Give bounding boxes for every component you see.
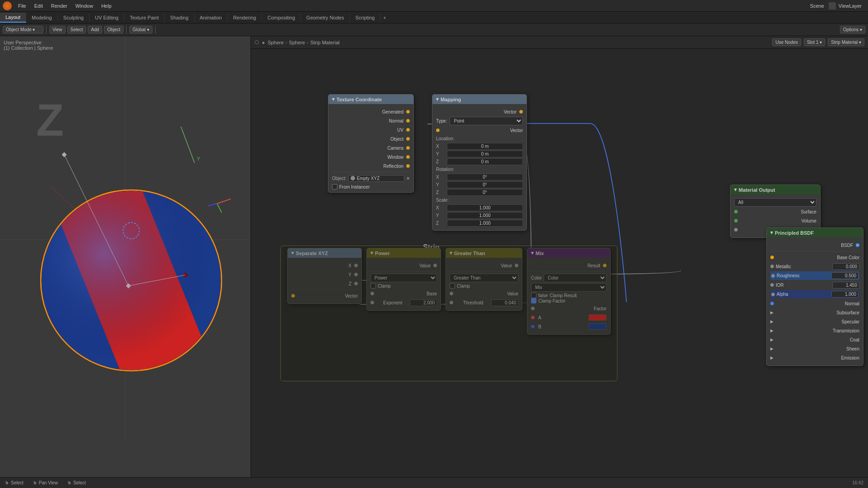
separate-xyz-collapse[interactable]: ▾	[291, 250, 294, 256]
mapping-vector-in-socket[interactable]	[436, 128, 440, 132]
object-field-clear[interactable]: ✕	[406, 176, 410, 181]
uv-socket[interactable]	[406, 128, 410, 132]
metallic-socket[interactable]	[770, 265, 774, 268]
add-btn[interactable]: Add	[88, 26, 102, 33]
ior-value[interactable]: 1.450	[832, 282, 859, 289]
tab-geometry-nodes[interactable]: Geometry Nodes	[301, 13, 350, 22]
gt-threshold-value[interactable]: 0.040	[491, 299, 518, 306]
mix-b-color[interactable]	[588, 323, 607, 330]
reflection-socket[interactable]	[406, 164, 410, 168]
ior-socket[interactable]	[770, 283, 774, 287]
generated-socket[interactable]	[406, 110, 410, 114]
menu-window[interactable]: Window	[72, 2, 97, 9]
add-tab-button[interactable]: +	[380, 14, 389, 21]
use-nodes-btn[interactable]: Use Nodes	[772, 38, 801, 46]
power-exp-socket[interactable]	[370, 301, 374, 304]
mix-clamp-factor-checkbox[interactable]	[531, 298, 536, 303]
sep-vector-socket[interactable]	[291, 294, 295, 298]
normal-socket[interactable]	[406, 119, 410, 123]
mix-node[interactable]: ▾ Mix Result Color Color	[527, 248, 611, 335]
mix-b-socket[interactable]	[531, 325, 535, 328]
scene-icon[interactable]	[829, 2, 836, 9]
specular-row[interactable]: ▶ Specular	[770, 317, 859, 326]
metallic-value[interactable]: 0.000	[832, 263, 859, 270]
scale-z-value[interactable]: 1.000	[447, 220, 523, 227]
tab-animation[interactable]: Animation	[194, 13, 228, 22]
tab-compositing[interactable]: Compositing	[262, 13, 301, 22]
gt-clamp-checkbox[interactable]	[450, 283, 455, 289]
mat-volume-socket[interactable]	[734, 219, 738, 223]
global-select[interactable]: Global ▾	[129, 26, 152, 33]
object-mode-select[interactable]: Object Mode ▾	[3, 26, 43, 33]
breadcrumb-sphere2[interactable]: Sphere	[289, 40, 305, 45]
rot-y-value[interactable]: 0°	[447, 181, 523, 188]
object-socket[interactable]	[406, 137, 410, 141]
mix-color-select[interactable]: Color	[544, 274, 607, 282]
mix-clamp-result-checkbox[interactable]	[531, 293, 536, 298]
mix-factor-socket[interactable]	[531, 307, 535, 310]
subsurface-row[interactable]: ▶ Subsurface	[770, 308, 859, 317]
bsdf-output-socket[interactable]	[856, 243, 859, 247]
menu-edit[interactable]: Edit	[31, 2, 47, 9]
greater-than-collapse[interactable]: ▾	[450, 250, 452, 256]
options-btn[interactable]: Options ▾	[840, 26, 865, 33]
scale-y-value[interactable]: 1.000	[447, 212, 523, 219]
power-base-socket[interactable]	[370, 292, 374, 295]
power-operation-select[interactable]: Power	[370, 274, 437, 282]
sheen-row[interactable]: ▶ Sheen	[770, 345, 859, 353]
tab-texture-paint[interactable]: Texture Paint	[124, 13, 165, 22]
node-editor[interactable]: ⬡ ● Sphere › Sphere › Strip Material Use…	[251, 36, 868, 477]
camera-socket[interactable]	[406, 146, 410, 150]
roughness-value[interactable]: 0.500	[831, 272, 859, 279]
rot-z-value[interactable]: 0°	[447, 189, 523, 196]
loc-z-value[interactable]: 0 m	[447, 158, 523, 165]
power-value-out-socket[interactable]	[433, 264, 437, 267]
menu-help[interactable]: Help	[98, 2, 115, 9]
mix-a-color[interactable]	[588, 314, 607, 321]
tab-scripting[interactable]: Scripting	[350, 13, 380, 22]
viewport-3d[interactable]: Z Y	[0, 36, 251, 477]
gt-threshold-socket[interactable]	[450, 301, 453, 304]
separate-xyz-node[interactable]: ▾ Separate XYZ X Y Z	[287, 248, 362, 304]
sep-y-socket[interactable]	[354, 273, 358, 276]
material-select[interactable]: Strip Material ▾	[828, 38, 864, 46]
power-clamp-checkbox[interactable]	[370, 283, 376, 289]
mapping-vector-out-socket[interactable]	[519, 110, 523, 114]
power-exp-value[interactable]: 2.000	[410, 299, 437, 306]
mix-collapse[interactable]: ▾	[531, 250, 534, 256]
blender-icon[interactable]	[3, 1, 12, 10]
mix-result-socket[interactable]	[603, 264, 607, 267]
tex-coord-collapse[interactable]: ▾	[332, 96, 335, 102]
mapping-type-select[interactable]: Point	[450, 117, 523, 125]
gt-value-out-socket[interactable]	[515, 264, 518, 267]
mapping-collapse[interactable]: ▾	[436, 96, 439, 102]
menu-render[interactable]: Render	[47, 2, 71, 9]
mat-surface-socket[interactable]	[734, 210, 738, 213]
tab-sculpting[interactable]: Sculpting	[58, 13, 90, 22]
loc-x-value[interactable]: 0 m	[447, 143, 523, 150]
tab-rendering[interactable]: Rendering	[228, 13, 262, 22]
from-instancer-checkbox[interactable]	[332, 184, 337, 190]
power-collapse[interactable]: ▾	[370, 250, 373, 256]
menu-file[interactable]: File	[14, 2, 30, 9]
tab-layout[interactable]: Layout	[0, 13, 26, 23]
mapping-node[interactable]: ▾ Mapping Vector Type: Point	[432, 94, 527, 231]
emission-row[interactable]: ▶ Emission	[770, 354, 859, 362]
slot-select[interactable]: Slot 1 ▾	[804, 38, 825, 46]
roughness-socket[interactable]	[771, 274, 775, 278]
coat-row[interactable]: ▶ Coat	[770, 336, 859, 344]
object-field-input[interactable]: Empty XYZ	[348, 175, 404, 182]
principled-bsdf-collapse[interactable]: ▾	[770, 230, 773, 236]
principled-bsdf-node[interactable]: ▾ Principled BSDF BSDF Base Color	[766, 227, 863, 366]
mat-output-all-select[interactable]: All	[734, 198, 816, 207]
breadcrumb-material[interactable]: Strip Material	[310, 40, 340, 45]
transmission-row[interactable]: ▶ Transmission	[770, 327, 859, 335]
rot-x-value[interactable]: 0°	[447, 174, 523, 180]
mix-a-socket[interactable]	[531, 316, 535, 319]
sep-z-socket[interactable]	[354, 282, 358, 285]
gt-value-in-socket[interactable]	[450, 292, 453, 295]
window-socket[interactable]	[406, 155, 410, 159]
material-output-collapse[interactable]: ▾	[734, 187, 737, 193]
greater-than-node[interactable]: ▾ Greater Than Value Greater Than	[446, 248, 522, 311]
select-btn[interactable]: Select	[67, 26, 86, 33]
